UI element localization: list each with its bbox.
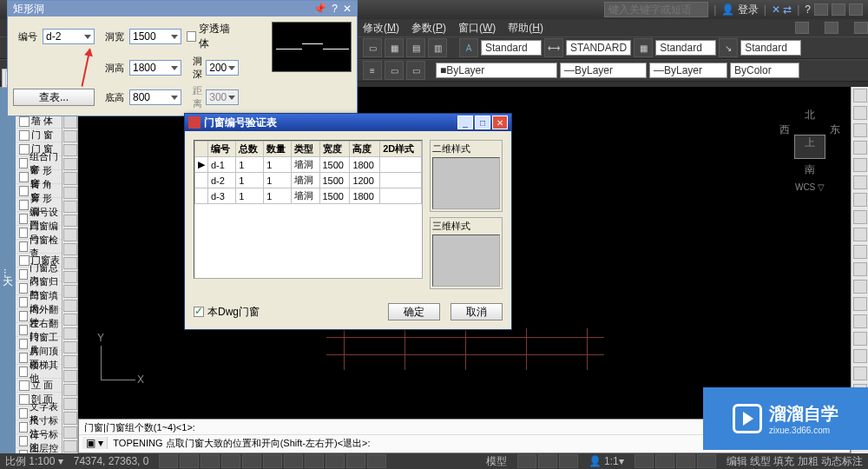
tool-icon[interactable]: ▥ [428,38,447,57]
space-toggle[interactable]: 模型 [486,454,507,469]
minimize-button[interactable] [814,3,828,16]
tool-icon[interactable] [853,228,867,241]
status-toggle[interactable] [242,454,261,468]
layer-color-select[interactable]: ■ ByLayer [436,63,557,78]
status-toggle[interactable] [159,454,178,468]
depth-input[interactable]: 200 [206,60,239,76]
table-style-select[interactable]: Standard [655,40,716,56]
table-style-icon[interactable]: ▦ [634,38,653,57]
tool-icon[interactable] [63,228,77,241]
dim-style-icon[interactable]: ⟷ [544,38,563,57]
status-right-text[interactable]: 编辑 线型 填充 加粗 动态标注 [727,454,863,469]
tool-icon[interactable]: ▭ [363,38,382,57]
status-toggle[interactable] [697,454,716,468]
tool-icon[interactable] [853,332,867,346]
tool-icon[interactable] [63,285,77,297]
dialog-minimize[interactable]: _ [457,116,473,129]
status-toggle[interactable] [201,454,220,468]
panel-preview[interactable] [272,22,352,72]
login-link[interactable]: 👤 登录 [721,3,758,17]
tool-icon[interactable] [63,187,77,199]
mleader-style-select[interactable]: Standard [740,40,801,56]
linetype-select[interactable]: — ByLayer [560,63,647,78]
viewcube[interactable]: 北 西上东 南 WCS ▽ [779,108,840,186]
number-input[interactable]: d-2 [43,29,95,44]
status-toggle[interactable] [305,454,324,468]
tool-icon[interactable] [63,370,77,382]
width-input[interactable]: 1500 [129,29,181,44]
dialog-titlebar[interactable]: 门窗编号验证表 _ □ ✕ [185,114,511,131]
tool-icon[interactable] [853,245,867,259]
tool-icon[interactable] [853,314,867,328]
tool-icon[interactable] [853,123,867,137]
help-icon[interactable]: ? [332,3,338,15]
command-prompt-icon[interactable]: ▣ ▾ [82,437,108,449]
tool-icon[interactable] [853,106,867,120]
exchange-icon[interactable]: ✕ ⇄ [772,3,792,16]
tool-icon[interactable] [63,384,77,396]
dialog-maximize[interactable]: □ [475,116,490,129]
status-toggle[interactable] [367,454,386,468]
mdi-minimize[interactable] [795,22,809,34]
panel-titlebar[interactable]: 矩形洞 📌 ? ✕ [8,1,357,17]
tool-icon[interactable] [853,280,867,294]
menu-help[interactable]: 帮助(H) [508,21,543,36]
tool-icon[interactable] [63,243,77,255]
sidebar-item[interactable]: 门 窗 [16,129,62,142]
layer-icon[interactable]: ≡ [363,61,382,80]
lineweight-select[interactable]: — ByLayer [649,63,727,78]
tool-icon[interactable] [63,144,77,156]
status-toggle[interactable] [326,454,345,468]
status-toggle[interactable] [346,454,365,468]
table-row[interactable]: d-211墙洞15001200 [195,173,422,188]
tool-icon[interactable] [63,440,77,452]
tool-icon[interactable] [853,175,867,189]
search-input[interactable] [604,2,708,17]
through-wall-checkbox[interactable]: 穿透墙体 [187,22,239,51]
tool-icon[interactable] [63,257,77,269]
this-dwg-checkbox[interactable]: 本Dwg门窗 [194,305,260,320]
tool-icon[interactable] [853,262,867,276]
status-toggle[interactable] [517,454,536,468]
mdi-close[interactable] [854,22,868,34]
tool-icon[interactable] [853,89,867,102]
status-toggle[interactable] [221,454,240,468]
tool-icon[interactable] [853,349,867,363]
sidebar-item[interactable]: 楼梯其他 [16,365,62,379]
layer-icon[interactable]: ▭ [385,61,404,80]
ok-button[interactable]: 确定 [388,303,440,320]
help-icon[interactable]: ? [805,3,811,16]
tool-icon[interactable] [63,355,77,367]
status-toggle[interactable] [284,454,303,468]
scale-display[interactable]: 比例 1:100 ▾ [5,454,63,469]
dialog-close[interactable]: ✕ [492,116,508,129]
tool-icon[interactable] [63,172,77,184]
dim-style-select[interactable]: STANDARD [566,40,631,56]
close-button[interactable] [849,3,863,16]
tool-icon[interactable] [63,327,77,340]
status-toggle[interactable] [180,454,199,468]
height-input[interactable]: 1800 [129,60,181,76]
status-toggle[interactable] [538,454,557,468]
menu-modify[interactable]: 修改(M) [363,21,399,36]
menu-window[interactable]: 窗口(W) [458,21,496,36]
anno-scale[interactable]: 👤 1:1▾ [589,455,624,467]
cancel-button[interactable]: 取消 [450,303,503,320]
mleader-style-icon[interactable]: ↘ [719,38,738,57]
text-style-icon[interactable]: A [459,38,478,57]
tool-icon[interactable] [853,297,867,311]
table-row[interactable]: ▶d-111墙洞15001800 [195,157,422,173]
tool-icon[interactable] [853,367,867,380]
layer-icon[interactable]: ▭ [406,61,425,80]
tool-icon[interactable] [63,271,77,283]
tool-icon[interactable] [63,412,77,424]
tool-icon[interactable] [63,300,77,312]
dialog-table[interactable]: 编号 总数 数量 类型 宽度 高度 2D样式 ▶d-111墙洞15001800d… [194,140,423,279]
tool-icon[interactable] [853,210,867,224]
sidebar-item[interactable]: 门窗检查 [16,240,62,254]
lookup-table-button[interactable]: 查表... [13,89,95,106]
tool-icon[interactable] [63,314,77,326]
menu-params[interactable]: 参数(P) [411,21,446,36]
mdi-restore[interactable] [825,22,838,34]
tool-icon[interactable] [63,341,77,353]
